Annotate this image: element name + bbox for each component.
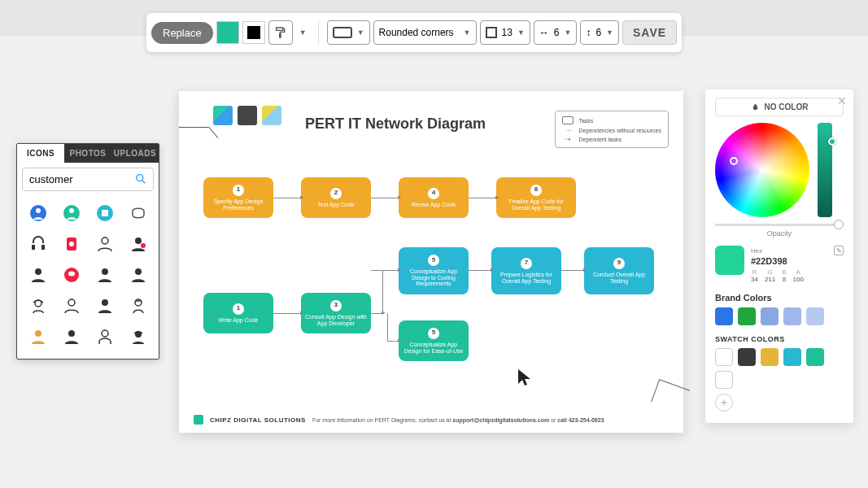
icon-result[interactable] xyxy=(90,232,119,256)
cursor-icon xyxy=(517,368,533,391)
pert-node[interactable]: 3Consult App Design with App Developer xyxy=(301,293,371,333)
rgb-g[interactable]: 211 xyxy=(765,276,775,283)
pert-node[interactable]: 5Conceptualize App Design for Ease-of-Us… xyxy=(399,320,469,361)
icon-result[interactable] xyxy=(124,294,152,318)
pert-node[interactable]: 1Specify App Design Preferences xyxy=(203,177,273,218)
icon-result[interactable] xyxy=(124,325,152,349)
svg-point-21 xyxy=(35,330,41,337)
replace-button[interactable]: Replace xyxy=(151,22,213,44)
pert-node[interactable]: 2Test App Code xyxy=(301,177,371,218)
connector xyxy=(371,313,382,314)
icon-result[interactable] xyxy=(90,294,119,318)
connector xyxy=(561,270,584,271)
icon-result[interactable] xyxy=(124,201,152,225)
color-swatch[interactable] xyxy=(806,348,824,366)
saturation-slider[interactable] xyxy=(818,123,832,217)
svg-point-15 xyxy=(102,268,108,275)
width-dropdown[interactable]: ↔ 6 ▼ xyxy=(534,20,578,45)
droplet-icon xyxy=(751,102,760,111)
brand-name: CHIPZ DIGITAL SOLUTIONS xyxy=(210,416,306,424)
swatch-colors-label: SWATCH COLORS xyxy=(715,335,844,343)
icon-grid xyxy=(17,196,159,359)
pert-node[interactable]: 7Prepare Logistics for Overall App Testi… xyxy=(491,247,561,294)
search-icon[interactable] xyxy=(134,172,147,188)
opacity-thumb[interactable] xyxy=(834,220,844,229)
decor-line xyxy=(179,127,208,156)
paint-roller-icon xyxy=(274,26,287,39)
color-swatch[interactable] xyxy=(715,348,733,366)
corner-style-dropdown[interactable]: Rounded corners ▼ xyxy=(373,20,477,45)
opacity-slider[interactable] xyxy=(715,224,844,226)
tab-photos[interactable]: PHOTOS xyxy=(64,144,111,163)
pert-node[interactable]: 1Write App Code xyxy=(203,293,273,333)
icon-result[interactable] xyxy=(57,201,85,225)
canvas-footer: CHIPZ DIGITAL SOLUTIONS For more informa… xyxy=(194,415,669,425)
color-swatch[interactable] xyxy=(783,348,801,366)
color-wheel[interactable] xyxy=(715,123,809,217)
icon-result[interactable] xyxy=(24,325,52,349)
icon-result[interactable] xyxy=(57,294,85,318)
rgb-r[interactable]: 34 xyxy=(751,276,758,283)
pert-node[interactable]: 8Finalize App Code for Overall App Testi… xyxy=(496,177,576,218)
pert-node[interactable]: 5Conceptualize App Design to Coding Requ… xyxy=(399,247,469,294)
rgb-b[interactable]: 8 xyxy=(782,276,786,283)
design-canvas[interactable]: PERT IT Network Diagram Tasks Dependenci… xyxy=(179,91,683,433)
connector xyxy=(387,341,399,342)
icon-result[interactable] xyxy=(57,263,85,287)
svg-point-10 xyxy=(102,237,108,244)
icon-result[interactable] xyxy=(24,294,52,318)
legend-label: Dependencies without resources xyxy=(578,128,661,133)
close-icon[interactable]: ✕ xyxy=(837,94,847,107)
icon-result[interactable] xyxy=(24,201,52,225)
svg-point-12 xyxy=(141,243,146,248)
tab-uploads[interactable]: UPLOADS xyxy=(111,144,159,163)
legend-box: Tasks Dependencies without resources Dep… xyxy=(555,111,669,148)
title-icon xyxy=(262,106,281,125)
color-swatch[interactable] xyxy=(715,371,733,389)
icon-result[interactable] xyxy=(124,232,152,256)
svg-point-11 xyxy=(135,237,142,244)
icon-result[interactable] xyxy=(90,325,119,349)
border-width-dropdown[interactable]: 13 ▼ xyxy=(480,20,530,45)
top-toolbar: Replace ▼ ▼ Rounded corners ▼ 13 ▼ ↔ 6 ▼… xyxy=(146,13,682,52)
wheel-handle[interactable] xyxy=(730,157,738,165)
save-button[interactable]: SAVE xyxy=(622,20,677,45)
tab-icons[interactable]: ICONS xyxy=(17,144,64,163)
rgb-a[interactable]: 100 xyxy=(793,276,804,283)
color-swatch[interactable] xyxy=(738,348,756,366)
icon-result[interactable] xyxy=(124,263,152,287)
border-color-swatch[interactable] xyxy=(242,21,265,44)
saturation-handle[interactable] xyxy=(828,137,836,146)
svg-point-23 xyxy=(102,330,108,337)
brand-swatch[interactable] xyxy=(715,307,733,325)
connector xyxy=(371,270,399,271)
diagram-title: PERT IT Network Diagram xyxy=(305,115,486,133)
arrows-vertical-icon: ↕ xyxy=(586,27,591,38)
brand-swatch[interactable] xyxy=(738,307,756,325)
pert-node[interactable]: 9Conduct Overall App Testing xyxy=(584,247,654,294)
color-swatch[interactable] xyxy=(761,348,779,366)
hex-value[interactable]: #22D398 xyxy=(751,256,844,266)
icon-result[interactable] xyxy=(90,263,119,287)
icon-result[interactable] xyxy=(90,201,119,225)
brand-swatch[interactable] xyxy=(761,307,779,325)
paint-tool-dropdown[interactable] xyxy=(268,20,293,45)
paint-caret[interactable]: ▼ xyxy=(296,28,310,37)
icon-result[interactable] xyxy=(57,325,85,349)
brand-swatch[interactable] xyxy=(806,307,824,325)
connector xyxy=(273,313,301,314)
shape-style-dropdown[interactable]: ▼ xyxy=(327,20,370,45)
fill-color-swatch[interactable] xyxy=(216,21,239,44)
no-color-button[interactable]: NO COLOR xyxy=(715,98,844,116)
icon-result[interactable] xyxy=(57,232,85,256)
swatch-colors xyxy=(715,348,844,389)
height-dropdown[interactable]: ↕ 6 ▼ xyxy=(580,20,619,45)
eyedropper-icon[interactable]: ✎ xyxy=(834,246,844,255)
add-swatch-button[interactable]: ＋ xyxy=(715,394,733,412)
brand-swatch[interactable] xyxy=(783,307,801,325)
title-icon xyxy=(238,106,257,125)
icon-result[interactable] xyxy=(24,263,52,287)
pert-node[interactable]: 4Revise App Code xyxy=(399,177,469,218)
icon-result[interactable] xyxy=(24,232,52,256)
legend-label: Tasks xyxy=(578,118,593,124)
